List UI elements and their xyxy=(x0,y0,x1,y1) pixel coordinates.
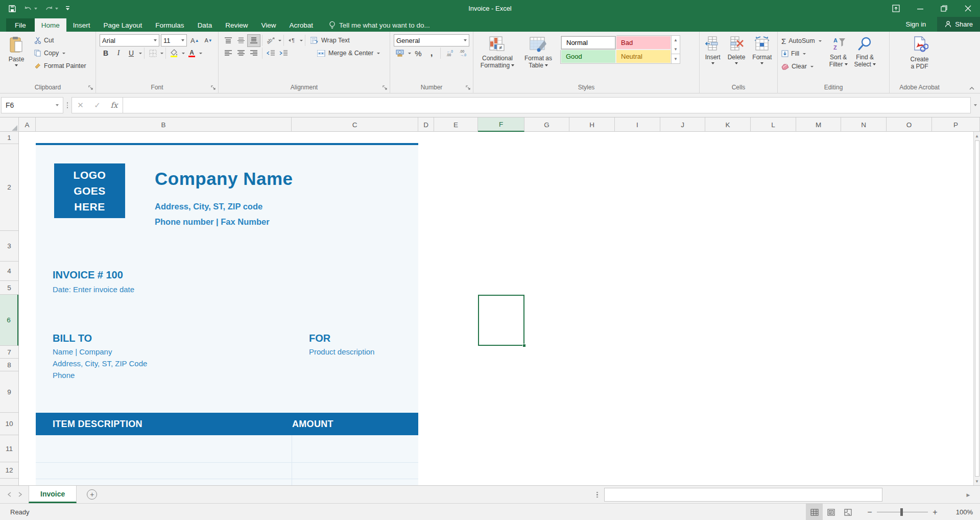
font-dialog-launcher[interactable] xyxy=(211,85,216,90)
column-header-j[interactable]: J xyxy=(660,117,705,132)
grid-canvas[interactable]: LOGO GOES HERE Company Name Address, Cit… xyxy=(19,132,973,485)
copy-button[interactable]: Copy xyxy=(33,47,88,59)
row-header-7[interactable]: 7 xyxy=(0,346,18,359)
decrease-font-size-button[interactable]: A▼ xyxy=(202,35,214,46)
fill-handle[interactable] xyxy=(522,344,526,347)
font-family-combo[interactable]: Arial xyxy=(100,34,159,46)
merge-center-button[interactable]: Merge & Center xyxy=(314,47,381,59)
select-all-button[interactable] xyxy=(0,117,19,132)
minimize-button[interactable] xyxy=(908,0,932,17)
clipboard-dialog-launcher[interactable] xyxy=(88,85,93,90)
formula-bar-resize-handle[interactable] xyxy=(63,102,71,108)
sort-filter-button[interactable]: AZ Sort & Filter xyxy=(825,34,852,70)
row-header-13-partial[interactable] xyxy=(0,479,18,485)
find-select-button[interactable]: Find & Select xyxy=(852,34,878,70)
row-header-9[interactable]: 9 xyxy=(0,371,18,413)
ribbon-display-options-button[interactable] xyxy=(884,0,908,17)
restore-button[interactable] xyxy=(932,0,956,17)
increase-decimal-button[interactable]: ←.0.00 xyxy=(443,48,456,59)
page-layout-view-button[interactable] xyxy=(823,504,840,520)
gallery-expand-button[interactable]: ▼ xyxy=(672,54,680,63)
zoom-slider[interactable] xyxy=(877,512,928,512)
font-size-combo[interactable]: 11 xyxy=(161,34,187,46)
accounting-format-button[interactable] xyxy=(394,48,406,59)
column-header-d[interactable]: D xyxy=(418,117,434,132)
font-color-button[interactable]: A xyxy=(185,48,198,59)
tab-page-layout[interactable]: Page Layout xyxy=(97,18,149,32)
selected-cell-f6[interactable] xyxy=(478,295,524,346)
scroll-down-arrow[interactable]: ▼ xyxy=(974,477,980,485)
number-format-combo[interactable]: General xyxy=(394,34,469,46)
clear-button[interactable]: Clear xyxy=(780,60,823,73)
normal-view-button[interactable] xyxy=(806,504,823,520)
top-align-button[interactable] xyxy=(222,35,234,46)
orientation-button[interactable]: ab xyxy=(265,35,277,46)
increase-indent-button[interactable] xyxy=(277,48,290,59)
row-header-10[interactable]: 10 xyxy=(0,413,18,435)
column-header-e[interactable]: E xyxy=(434,117,478,132)
column-header-g[interactable]: G xyxy=(524,117,569,132)
cell-style-good[interactable]: Good xyxy=(561,50,616,63)
format-as-table-button[interactable]: Format as Table xyxy=(519,34,557,71)
italic-button[interactable]: I xyxy=(112,48,125,59)
cell-style-normal[interactable]: Normal xyxy=(561,36,616,50)
tab-file[interactable]: File xyxy=(6,18,35,32)
row-header-2[interactable]: 2 xyxy=(0,144,18,231)
column-header-n[interactable]: N xyxy=(841,117,887,132)
align-center-button[interactable] xyxy=(235,48,247,59)
confirm-entry-button[interactable]: ✓ xyxy=(89,98,106,113)
tab-view[interactable]: View xyxy=(254,18,282,32)
zoom-slider-thumb[interactable] xyxy=(900,508,903,516)
gallery-scroll-up-button[interactable]: ▲ xyxy=(672,36,680,45)
tab-acrobat[interactable]: Acrobat xyxy=(282,18,320,32)
column-header-m[interactable]: M xyxy=(796,117,841,132)
vertical-scroll-thumb[interactable] xyxy=(975,140,979,477)
cell-style-neutral[interactable]: Neutral xyxy=(616,50,671,63)
redo-button[interactable] xyxy=(44,5,58,12)
row-header-8[interactable]: 8 xyxy=(0,359,18,371)
collapse-ribbon-button[interactable] xyxy=(969,86,975,90)
column-header-o[interactable]: O xyxy=(887,117,932,132)
borders-button[interactable] xyxy=(147,48,159,59)
save-icon[interactable] xyxy=(8,5,16,13)
close-button[interactable] xyxy=(956,0,980,17)
alignment-dialog-launcher[interactable] xyxy=(383,85,388,90)
next-sheet-button[interactable] xyxy=(18,492,22,497)
tab-scrollbar-splitter[interactable] xyxy=(596,486,598,504)
bottom-align-button[interactable] xyxy=(248,35,260,46)
horizontal-scrollbar[interactable] xyxy=(604,488,962,502)
autosum-button[interactable]: Σ AutoSum xyxy=(780,35,823,47)
tab-insert[interactable]: Insert xyxy=(66,18,97,32)
bold-button[interactable]: B xyxy=(100,48,112,59)
cancel-entry-button[interactable]: ✕ xyxy=(72,98,89,113)
vertical-scrollbar[interactable]: ▲ ▼ xyxy=(973,132,980,485)
insert-cells-button[interactable]: Insert xyxy=(702,34,724,66)
tab-data[interactable]: Data xyxy=(191,18,219,32)
comma-style-button[interactable]: , xyxy=(425,48,438,59)
paste-button[interactable]: Paste xyxy=(2,34,31,68)
share-button[interactable]: Share xyxy=(937,17,980,32)
align-left-button[interactable] xyxy=(222,48,234,59)
column-header-h[interactable]: H xyxy=(569,117,615,132)
decrease-decimal-button[interactable]: .00→.0 xyxy=(457,48,469,59)
decrease-indent-button[interactable] xyxy=(265,48,277,59)
row-header-11[interactable]: 11 xyxy=(0,435,18,462)
conditional-formatting-button[interactable]: ≠ Conditional Formatting xyxy=(475,34,519,71)
middle-align-button[interactable] xyxy=(235,35,247,46)
page-break-preview-button[interactable] xyxy=(840,504,856,520)
sign-in-link[interactable]: Sign in xyxy=(906,20,926,28)
column-header-a[interactable]: A xyxy=(19,117,36,132)
expand-formula-bar-button[interactable] xyxy=(971,104,980,106)
zoom-out-button[interactable]: − xyxy=(864,508,876,517)
column-header-p[interactable]: P xyxy=(932,117,980,132)
gallery-scroll-down-button[interactable]: ▼ xyxy=(672,45,680,54)
row-header-1[interactable]: 1 xyxy=(0,132,18,144)
horizontal-scroll-thumb[interactable] xyxy=(604,488,882,502)
column-header-l[interactable]: L xyxy=(751,117,796,132)
number-dialog-launcher[interactable] xyxy=(466,85,471,90)
tab-review[interactable]: Review xyxy=(219,18,254,32)
align-right-button[interactable] xyxy=(248,48,260,59)
format-cells-button[interactable]: Format xyxy=(749,34,775,66)
format-painter-button[interactable]: Format Painter xyxy=(33,60,88,72)
cut-button[interactable]: Cut xyxy=(33,34,88,46)
